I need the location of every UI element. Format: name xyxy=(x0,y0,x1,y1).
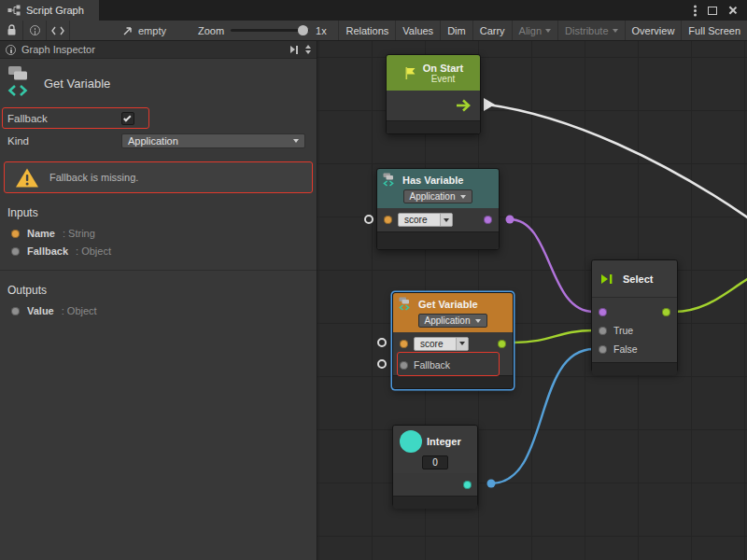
dropdown-caret-icon xyxy=(613,29,618,33)
close-icon[interactable] xyxy=(728,6,738,15)
bool-output-port[interactable] xyxy=(484,216,492,224)
condition-input-port[interactable] xyxy=(599,308,607,316)
align-button[interactable]: Align xyxy=(512,21,557,40)
node-footer xyxy=(393,496,477,509)
wire-flow[interactable] xyxy=(487,105,747,218)
zoom-control: Zoom 1x xyxy=(198,25,327,36)
dock-icon[interactable] xyxy=(290,46,298,54)
true-input-port[interactable] xyxy=(599,327,607,335)
on-start-body xyxy=(387,91,480,120)
input-port-row: Fallback : Object xyxy=(0,243,317,260)
dim-button[interactable]: Dim xyxy=(440,21,472,40)
graph-canvas[interactable]: On Start Event xyxy=(317,41,747,560)
on-start-header: On Start Event xyxy=(387,55,480,91)
node-title: Has Variable xyxy=(402,175,463,186)
node-integer[interactable]: Integer 0 xyxy=(392,425,478,507)
has-variable-header: Has Variable Application xyxy=(377,169,499,208)
checkmark-icon xyxy=(123,114,131,121)
dropdown-caret-icon xyxy=(460,195,466,199)
has-variable-body: score xyxy=(377,208,499,231)
variable-name-dropdown[interactable]: score xyxy=(414,337,469,351)
stack-label: empty xyxy=(138,25,166,36)
stack-breadcrumb[interactable]: empty xyxy=(122,25,166,36)
values-button[interactable]: Values xyxy=(395,21,440,40)
dropdown-caret-icon xyxy=(293,139,299,143)
wire-select-output[interactable] xyxy=(674,278,747,312)
variables-icon xyxy=(383,173,398,187)
inspector-header: Graph Inspector xyxy=(0,41,317,59)
titlebar: Script Graph xyxy=(0,0,747,21)
info-icon xyxy=(6,45,16,55)
script-graph-tab[interactable]: Script Graph xyxy=(0,0,99,21)
kind-dropdown[interactable]: Application xyxy=(121,133,305,148)
code-view-button[interactable] xyxy=(47,21,70,40)
name-input-port[interactable] xyxy=(400,340,408,348)
select-header: Select xyxy=(592,260,677,298)
node-on-start[interactable]: On Start Event xyxy=(386,54,481,134)
select-icon xyxy=(599,273,616,286)
fullscreen-button[interactable]: Full Screen xyxy=(681,21,747,40)
kind-dropdown-value: Application xyxy=(128,135,178,147)
menu-kebab-icon[interactable] xyxy=(694,9,697,12)
int-output-port[interactable] xyxy=(463,481,472,489)
empty-port-circle[interactable] xyxy=(377,338,387,347)
wire-true-value[interactable] xyxy=(514,330,594,343)
empty-port-circle[interactable] xyxy=(377,359,387,369)
flow-output-port[interactable] xyxy=(456,99,474,112)
maximize-icon[interactable] xyxy=(708,7,717,15)
name-input-port[interactable] xyxy=(384,216,392,224)
zoom-slider[interactable] xyxy=(231,29,309,32)
dropdown-caret-icon xyxy=(475,319,481,323)
distribute-button[interactable]: Distribute xyxy=(557,21,624,40)
integer-type-icon xyxy=(400,430,422,453)
wire-condition[interactable] xyxy=(510,219,594,312)
fallback-checkbox[interactable] xyxy=(121,112,134,125)
node-subtitle: Event xyxy=(423,74,463,84)
false-input-port[interactable] xyxy=(599,345,607,354)
overview-button[interactable]: Overview xyxy=(625,21,682,40)
dropdown-caret-icon xyxy=(545,29,551,33)
node-get-variable[interactable]: Get Variable Application score xyxy=(392,292,514,389)
kind-field-row: Kind Application xyxy=(0,130,317,152)
lock-button[interactable] xyxy=(0,21,23,40)
purple-knob[interactable] xyxy=(506,216,514,224)
get-variable-header: Get Variable Application xyxy=(393,293,513,332)
node-footer xyxy=(592,362,677,375)
carry-button[interactable]: Carry xyxy=(472,21,512,40)
integer-body xyxy=(393,473,477,496)
fallback-port-label: Fallback xyxy=(414,359,450,371)
node-has-variable[interactable]: Has Variable Application score xyxy=(376,168,500,250)
node-title: Get Variable xyxy=(418,299,478,310)
inspect-button[interactable] xyxy=(23,21,47,40)
dropdown-arrow xyxy=(440,214,452,226)
warning-icon xyxy=(15,167,39,189)
true-port-label: True xyxy=(613,325,633,336)
variable-name-dropdown[interactable]: score xyxy=(398,213,453,227)
object-port-icon xyxy=(11,247,20,256)
node-select[interactable]: Select True False xyxy=(591,259,678,372)
variables-icon xyxy=(7,65,34,101)
value-output-port[interactable] xyxy=(498,340,506,348)
empty-port-circle[interactable] xyxy=(364,215,374,224)
integer-value-input[interactable]: 0 xyxy=(422,455,448,469)
warning-banner: Fallback is missing. xyxy=(4,161,313,193)
zoom-slider-handle[interactable] xyxy=(298,25,308,35)
flow-arrow-knob[interactable] xyxy=(484,98,495,111)
select-body: True False xyxy=(592,298,677,362)
node-title: On Start xyxy=(423,63,463,74)
selection-output-port[interactable] xyxy=(662,308,670,316)
lock-icon xyxy=(7,24,17,36)
node-footer xyxy=(377,231,499,249)
blue-knob[interactable] xyxy=(487,480,496,488)
scroll-arrows-icon[interactable] xyxy=(305,45,311,54)
relations-button[interactable]: Relations xyxy=(338,21,395,40)
flag-icon xyxy=(403,66,417,80)
fallback-input-port[interactable] xyxy=(400,361,408,370)
kind-dropdown[interactable]: Application xyxy=(418,314,488,328)
fallback-field-label: Fallback xyxy=(7,113,121,124)
node-footer xyxy=(387,120,480,133)
kind-dropdown[interactable]: Application xyxy=(403,189,473,203)
script-graph-window: Script Graph empty xyxy=(0,0,747,560)
node-footer xyxy=(393,375,513,388)
info-icon xyxy=(30,25,40,35)
